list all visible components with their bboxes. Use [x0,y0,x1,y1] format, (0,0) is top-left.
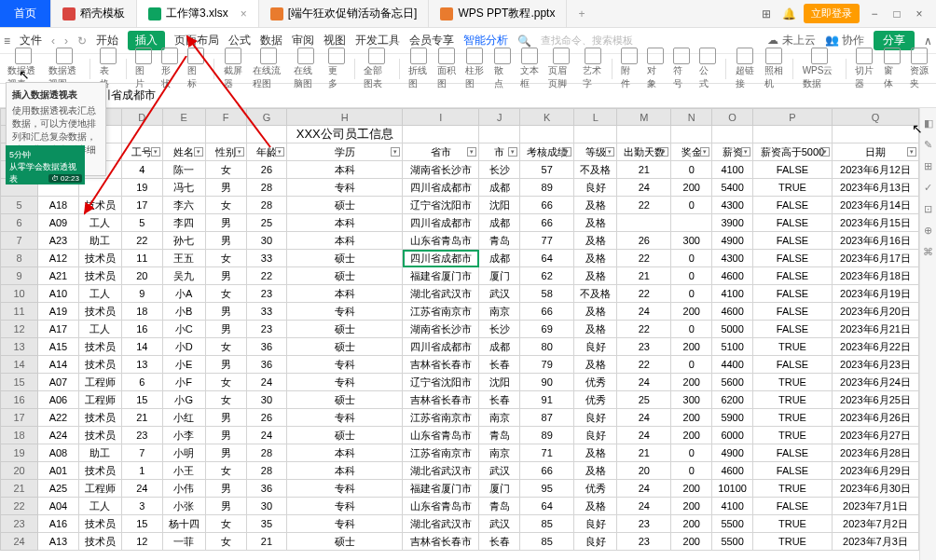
cell-id[interactable]: 1 [121,462,162,480]
cell-job[interactable]: 技术员 [78,356,121,374]
table-row[interactable]: 4陈一女26本科湖南省长沙市长沙57不及格2104100FALSE2023年6月… [1,161,919,179]
cell-sex[interactable]: 男 [205,232,246,250]
menu-file[interactable]: 文件 [20,33,42,48]
cell-bonus[interactable]: 200 [671,480,712,498]
cell-sex[interactable]: 女 [205,161,246,179]
cell-sex[interactable]: 男 [205,444,246,462]
cell-id[interactable]: 7 [121,444,162,462]
cell-date[interactable]: 2023年6月24日 [832,374,918,391]
filter-icon[interactable]: ▾ [907,147,916,157]
tab-home[interactable]: 首页 [0,0,51,27]
menu-review[interactable]: 审阅 [292,33,314,48]
cell-prov[interactable]: 江苏省南京市 [403,409,479,427]
header-出勤天数[interactable]: 出勤天数▾ [617,143,671,161]
cell-job[interactable]: 工人 [78,214,121,232]
ribbon-超链接[interactable]: 超链接 [734,48,756,90]
cell-id[interactable]: 14 [121,338,162,356]
cell-date[interactable]: 2023年6月30日 [832,480,918,498]
cell-id[interactable]: 21 [121,409,162,427]
cell-grade[interactable]: 及格 [574,197,617,214]
col-header-E[interactable]: E [162,109,205,126]
cell-grade[interactable]: 及格 [574,462,617,480]
cell-grade[interactable]: 优秀 [574,391,617,409]
search-icon[interactable]: 🔍 [517,34,531,48]
cell-hi[interactable]: FALSE [753,356,833,374]
cell-city[interactable]: 青岛 [479,427,520,444]
sidebar-icon[interactable]: ⌘ [923,246,933,258]
cell-age[interactable]: 28 [246,197,287,214]
cell-id[interactable]: 24 [121,480,162,498]
cell-score[interactable]: 66 [520,214,574,232]
filter-icon[interactable]: ▾ [151,147,160,157]
cell-sex[interactable]: 女 [205,338,246,356]
cell-city[interactable]: 长沙 [479,321,520,338]
cell-edu[interactable]: 本科 [287,232,403,250]
ribbon-符号[interactable]: 符号 [671,48,692,90]
ribbon-页眉页脚[interactable]: 页眉页脚 [546,48,575,90]
cell-score[interactable]: 79 [520,356,574,374]
menu-vip[interactable]: 会员专享 [409,33,454,48]
cell-prov[interactable]: 吉林省长春市 [403,533,479,551]
cell-prov[interactable]: 山东省青岛市 [403,427,479,444]
cell-sex[interactable]: 女 [205,391,246,409]
sidebar-icon[interactable]: ⊡ [924,203,932,215]
menu-data[interactable]: 数据 [260,33,282,48]
filter-icon[interactable]: ▾ [467,147,476,157]
table-row[interactable]: 6A09工人5李四男25本科四川省成都市成都66及格3900FALSE2023年… [1,214,919,232]
cell-score[interactable]: 87 [520,409,574,427]
cell-grade[interactable]: 不及格 [574,161,617,179]
cell-bonus[interactable]: 0 [671,462,712,480]
bell-icon[interactable]: 🔔 [781,7,796,21]
cell-sex[interactable]: 男 [205,214,246,232]
table-row[interactable]: 19冯七男28专科四川省成都市成都89良好242005400TRUE2023年6… [1,179,919,197]
cell-id[interactable]: 12 [121,533,162,551]
ribbon-在线流程图[interactable]: 在线流程图 [251,48,286,90]
cell-score[interactable]: 91 [520,391,574,409]
cell-score[interactable]: 85 [520,533,574,551]
cell-prov[interactable]: 辽宁省沈阳市 [403,374,479,391]
cell-score[interactable]: 66 [520,462,574,480]
cell-edu[interactable]: 专科 [287,480,403,498]
cell-days[interactable]: 21 [617,444,671,462]
cell-n[interactable]: 23 [1,515,38,533]
cell-score[interactable]: 66 [520,197,574,214]
cell-prov[interactable]: 湖北省武汉市 [403,285,479,303]
cell-bonus[interactable]: 200 [671,533,712,551]
cell-n[interactable]: 5 [1,197,38,214]
cell-a[interactable]: A09 [38,214,79,232]
filter-icon[interactable]: ▾ [605,147,614,157]
cell-prov[interactable]: 吉林省长春市 [403,391,479,409]
cell-bonus[interactable]: 0 [671,285,712,303]
cell-bonus[interactable]: 300 [671,232,712,250]
cell-grade[interactable]: 良好 [574,338,617,356]
cell-id[interactable]: 13 [121,356,162,374]
cell-n[interactable]: 12 [1,321,38,338]
cell-n[interactable]: 24 [1,533,38,551]
cell-hi[interactable]: TRUE [753,409,833,427]
header-考核成绩[interactable]: 考核成绩▾ [520,143,574,161]
cell-score[interactable]: 57 [520,161,574,179]
sidebar-icon[interactable]: ✓ [924,182,932,194]
cell-n[interactable]: 14 [1,356,38,374]
cell-salary[interactable]: 5400 [712,179,753,197]
cell-salary[interactable]: 4100 [712,285,753,303]
cell-city[interactable]: 武汉 [479,285,520,303]
cell-date[interactable]: 2023年6月28日 [832,444,918,462]
cell-city[interactable]: 成都 [479,250,520,267]
cell-hi[interactable]: FALSE [753,197,833,214]
cell-hi[interactable]: TRUE [753,515,833,533]
cell-a[interactable]: A06 [38,391,79,409]
cell-hi[interactable]: TRUE [753,533,833,551]
cell-name[interactable]: 小F [162,374,205,391]
table-row[interactable]: 22A04工人3小张男30专科山东省青岛市青岛64及格242004100FALS… [1,498,919,515]
cell-salary[interactable]: 4900 [712,444,753,462]
cell-n[interactable]: 8 [1,250,38,267]
col-header-K[interactable]: K [520,109,574,126]
cell-sex[interactable]: 男 [205,427,246,444]
cell-edu[interactable]: 专科 [287,374,403,391]
header-省市[interactable]: 省市▾ [403,143,479,161]
cell-id[interactable]: 15 [121,515,162,533]
ribbon-照相机[interactable]: 照相机 [763,48,785,90]
col-header-F[interactable]: F [205,109,246,126]
cell-date[interactable]: 2023年6月16日 [832,232,918,250]
